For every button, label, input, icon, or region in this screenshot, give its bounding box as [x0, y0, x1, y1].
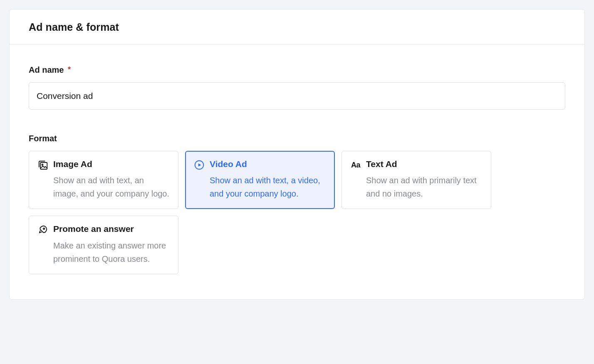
format-options-grid: Image Ad Show an ad with text, an image,…	[29, 151, 491, 274]
ad-name-label-text: Ad name	[29, 65, 64, 74]
required-asterisk: *	[68, 65, 71, 74]
ad-name-input[interactable]	[29, 82, 565, 110]
format-option-desc: Show an ad with text, a video, and your …	[210, 174, 326, 200]
card-title: Ad name & format	[29, 21, 565, 33]
card-body: Ad name * Format	[10, 44, 584, 299]
format-option-desc: Show an ad with text, an image, and your…	[53, 174, 170, 200]
format-option-title: Video Ad	[210, 159, 326, 170]
svg-point-1	[42, 164, 43, 165]
ad-name-format-card: Ad name & format Ad name * Format	[9, 9, 585, 300]
play-circle-icon	[194, 160, 205, 170]
ad-name-field-group: Ad name *	[29, 65, 565, 110]
format-option-desc: Show an ad with primarily text and no im…	[366, 174, 483, 200]
format-section: Format	[29, 134, 565, 274]
format-option-desc: Make an existing answer more prominent t…	[53, 239, 170, 266]
format-option-image-ad[interactable]: Image Ad Show an ad with text, an image,…	[29, 151, 178, 209]
ad-name-label: Ad name *	[29, 65, 565, 75]
rocket-icon	[37, 224, 48, 235]
format-option-text-ad[interactable]: Aa Text Ad Show an ad with primarily tex…	[342, 151, 491, 209]
card-header: Ad name & format	[10, 10, 584, 44]
format-option-video-ad[interactable]: Video Ad Show an ad with text, a video, …	[185, 151, 335, 209]
format-option-promote-answer[interactable]: Promote an answer Make an existing answe…	[29, 216, 178, 274]
format-option-title: Image Ad	[53, 159, 170, 170]
format-label: Format	[29, 134, 565, 143]
text-aa-icon: Aa	[350, 160, 361, 170]
svg-point-3	[43, 228, 45, 229]
format-option-title: Text Ad	[366, 159, 483, 170]
svg-rect-0	[40, 162, 47, 169]
image-icon	[37, 160, 48, 170]
format-option-title: Promote an answer	[53, 224, 170, 234]
